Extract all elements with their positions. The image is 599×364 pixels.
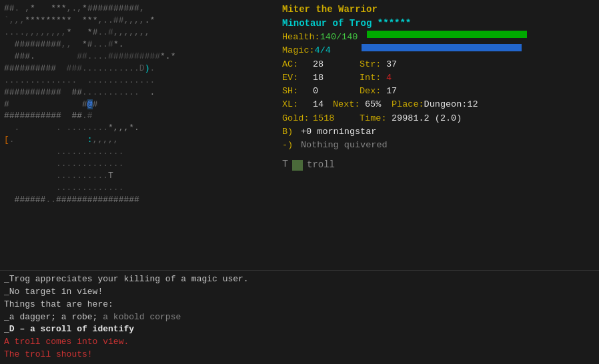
xl-label: XL: bbox=[282, 98, 313, 111]
ac-label: AC: bbox=[282, 58, 313, 71]
map-line: ##. ,* ***,.,*##########, bbox=[4, 3, 273, 15]
monster-display: T troll bbox=[282, 157, 594, 173]
msg-3: Things that are here: bbox=[4, 299, 595, 311]
map-line: . . ........*,,,*. bbox=[4, 122, 273, 134]
quiver-slot: -) bbox=[282, 139, 301, 152]
map-line: ..........T bbox=[4, 170, 273, 182]
health-label: Health: bbox=[282, 31, 320, 44]
ac-value: 28 bbox=[313, 58, 360, 71]
char-name: Miter the Warrior bbox=[282, 3, 594, 17]
map-line: [. :,,,,, bbox=[4, 134, 273, 146]
weapon-value: +0 morningstar bbox=[301, 125, 376, 139]
weapon-row: B) +0 morningstar bbox=[282, 125, 594, 139]
map-line: ########### ##.# bbox=[4, 110, 273, 122]
ev-int-row: EV: 18 Int: 4 bbox=[282, 71, 594, 85]
dex-label: Dex: bbox=[360, 85, 386, 98]
ev-value: 18 bbox=[313, 71, 360, 85]
quiver-value: Nothing quivered bbox=[301, 139, 388, 152]
msg-6: A troll comes into view. bbox=[4, 336, 595, 349]
next-label: Next: bbox=[333, 98, 365, 111]
health-value: 140/140 bbox=[320, 31, 367, 44]
str-label: Str: bbox=[360, 58, 386, 71]
magic-value: 4/4 bbox=[315, 44, 362, 57]
map-line: # #@# bbox=[4, 99, 273, 111]
map-line: ###. ##....##########*.* bbox=[4, 51, 273, 63]
sh-value: 0 bbox=[313, 85, 360, 98]
magic-row: Magic: 4/4 bbox=[282, 44, 594, 57]
xl-place-row: XL: 14 Next: 65% Place: Dungeon:12 bbox=[282, 98, 594, 111]
place-label: Place: bbox=[392, 98, 424, 111]
main-area: ##. ,* ***,.,*##########, `,,,********* … bbox=[0, 0, 599, 270]
ac-str-row: AC: 28 Str: 37 bbox=[282, 58, 594, 71]
ev-label: EV: bbox=[282, 71, 313, 85]
msg-1: _Trog appreciates your killing of a magi… bbox=[4, 273, 595, 286]
dex-value: 17 bbox=[386, 85, 397, 98]
sidebar: Miter the Warrior Minotaur of Trog *****… bbox=[277, 0, 599, 270]
int-label: Int: bbox=[360, 71, 386, 85]
sh-dex-row: SH: 0 Dex: 17 bbox=[282, 85, 594, 98]
map-line: ########### ##........... . bbox=[4, 87, 273, 99]
map-line: #########,, *#...#*. bbox=[4, 39, 273, 51]
str-value: 37 bbox=[386, 58, 397, 71]
map-line: .............. ............. bbox=[4, 75, 273, 87]
msg-5: _D – a scroll of identify bbox=[4, 323, 595, 336]
map-line: ########## ###...........D). bbox=[4, 63, 273, 75]
msg-7: The troll shouts! bbox=[4, 349, 595, 361]
quiver-row: -) Nothing quivered bbox=[282, 139, 594, 152]
xl-value: 14 bbox=[313, 98, 333, 111]
gold-time-row: Gold: 1518 Time: 29981.2 (2.0) bbox=[282, 112, 594, 125]
magic-label: Magic: bbox=[282, 44, 315, 57]
time-label: Time: bbox=[360, 112, 392, 125]
gold-value: 1518 bbox=[313, 112, 360, 125]
hp-bar bbox=[367, 31, 527, 38]
weapon-slot: B) bbox=[282, 125, 301, 139]
gold-label: Gold: bbox=[282, 112, 313, 125]
next-value: 65% bbox=[365, 98, 392, 111]
message-log: _Trog appreciates your killing of a magi… bbox=[0, 270, 599, 364]
map-line: ....,,,,,,,,* *#..#,,,,,,, bbox=[4, 27, 273, 39]
map-line: ............. bbox=[4, 182, 273, 194]
place-value: Dungeon:12 bbox=[424, 98, 478, 111]
map-line: ............. bbox=[4, 158, 273, 170]
monster-name: troll bbox=[307, 158, 335, 172]
mp-bar bbox=[362, 44, 522, 51]
sh-label: SH: bbox=[282, 85, 313, 98]
monster-symbol: T bbox=[282, 157, 288, 173]
game-map: ##. ,* ***,.,*##########, `,,,********* … bbox=[0, 0, 277, 270]
char-class: Minotaur of Trog ****** bbox=[282, 17, 594, 31]
time-value: 29981.2 (2.0) bbox=[392, 112, 462, 125]
msg-2: _No target in view! bbox=[4, 286, 595, 299]
monster-tile bbox=[292, 160, 303, 171]
health-row: Health: 140/140 bbox=[282, 31, 594, 44]
int-value: 4 bbox=[386, 71, 392, 85]
msg-4: _a dagger; a robe; a kobold corpse bbox=[4, 311, 595, 324]
map-line: ######..################ bbox=[4, 194, 273, 206]
map-line: ............. bbox=[4, 146, 273, 158]
map-line: `,,,********* ***,..##,,,,.* bbox=[4, 15, 273, 27]
